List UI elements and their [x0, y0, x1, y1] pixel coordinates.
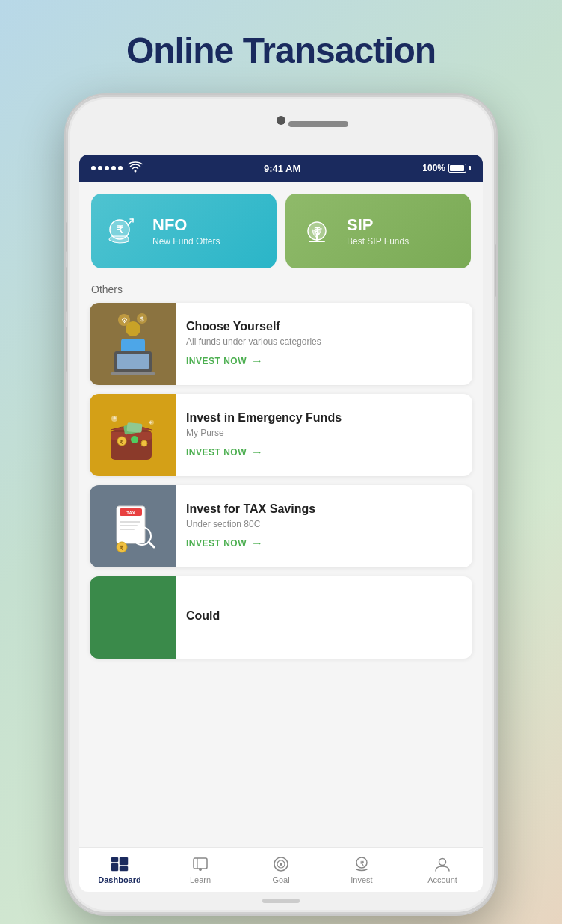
- vol-down-button: [64, 327, 67, 372]
- tax-subtitle: Under section 80C: [186, 519, 462, 529]
- emergency-subtitle: My Purse: [186, 428, 462, 438]
- front-camera: [277, 116, 285, 125]
- sip-card[interactable]: ₹ SIP Best SIP Funds: [285, 194, 471, 268]
- svg-point-51: [439, 858, 446, 865]
- goal-label: Goal: [272, 875, 289, 884]
- emergency-invest-label: INVEST NOW: [186, 447, 247, 458]
- dot-5: [118, 166, 123, 170]
- svg-point-48: [280, 863, 282, 866]
- list-item-emergency[interactable]: ✦ ✦ ₹: [90, 394, 472, 476]
- nav-invest[interactable]: ₹ Invest: [321, 856, 402, 884]
- emergency-content: Invest in Emergency Funds My Purse INVES…: [176, 394, 472, 476]
- choose-yourself-title: Choose Yourself: [186, 320, 462, 333]
- svg-rect-38: [111, 857, 118, 862]
- tax-invest-label: INVEST NOW: [186, 538, 247, 549]
- choose-yourself-subtitle: All funds under various categories: [186, 336, 462, 347]
- fourth-content: Could: [176, 576, 472, 659]
- svg-text:$: $: [140, 315, 143, 323]
- fourth-image: [90, 576, 176, 659]
- svg-rect-32: [120, 525, 138, 526]
- earpiece-speaker: [288, 121, 348, 127]
- list-item-choose-yourself[interactable]: ⚙ $ Choose Yourself All funds under v: [90, 303, 472, 385]
- svg-text:₹: ₹: [360, 860, 365, 867]
- choose-yourself-invest-label: INVEST NOW: [186, 356, 247, 366]
- status-right: 100%: [422, 163, 471, 173]
- svg-rect-13: [117, 354, 149, 369]
- battery-tip: [469, 166, 471, 170]
- tax-arrow-icon: →: [251, 537, 264, 550]
- wifi-icon: [129, 162, 142, 175]
- page-title: Online Transaction: [0, 0, 562, 86]
- tax-invest-btn[interactable]: INVEST NOW →: [186, 537, 462, 550]
- tax-content: Invest for TAX Savings Under section 80C…: [176, 485, 472, 567]
- svg-text:⚙: ⚙: [120, 316, 127, 324]
- nfo-icon: ₹: [103, 212, 142, 250]
- choose-yourself-image: ⚙ $: [90, 303, 176, 385]
- screen-content: ₹ NFO New Fund Offers: [79, 182, 483, 847]
- phone-screen: 9:41 AM 100%: [79, 155, 483, 892]
- list-item-fourth[interactable]: Could: [90, 576, 472, 659]
- home-indicator: [262, 899, 300, 903]
- svg-rect-42: [194, 858, 207, 869]
- learn-icon: [191, 856, 210, 872]
- phone-frame: 9:41 AM 100%: [64, 93, 498, 916]
- sip-subtitle: Best SIP Funds: [347, 236, 409, 247]
- vol-up-button: [64, 267, 67, 312]
- invest-icon: ₹: [352, 856, 371, 872]
- nav-account[interactable]: Account: [402, 856, 483, 884]
- phone-wrapper: 9:41 AM 100%: [0, 86, 562, 916]
- svg-text:✦: ✦: [112, 415, 117, 422]
- svg-line-2: [128, 219, 133, 225]
- nav-goal[interactable]: Goal: [241, 856, 321, 884]
- svg-text:TAX: TAX: [126, 511, 135, 515]
- signal-dots: [91, 166, 123, 170]
- dot-4: [111, 166, 116, 170]
- battery-body: [448, 164, 466, 173]
- sip-title: SIP: [347, 215, 409, 235]
- svg-rect-26: [126, 422, 142, 433]
- tax-title: Invest for TAX Savings: [186, 502, 462, 516]
- svg-rect-40: [120, 857, 128, 865]
- emergency-image: ✦ ✦ ₹: [90, 394, 176, 476]
- fourth-title: Could: [186, 609, 462, 623]
- account-label: Account: [427, 875, 457, 884]
- nav-dashboard[interactable]: Dashboard: [79, 856, 160, 884]
- svg-rect-33: [120, 529, 135, 530]
- status-time: 9:41 AM: [264, 163, 300, 174]
- svg-text:₹: ₹: [117, 224, 123, 235]
- top-cards: ₹ NFO New Fund Offers: [79, 182, 483, 280]
- svg-text:RETURN: RETURN: [123, 516, 138, 520]
- goal-icon: [271, 856, 291, 872]
- battery-icon: [448, 164, 471, 173]
- choose-yourself-invest-btn[interactable]: INVEST NOW →: [186, 354, 462, 368]
- dashboard-label: Dashboard: [98, 875, 140, 884]
- svg-line-35: [149, 542, 154, 547]
- sip-text: SIP Best SIP Funds: [347, 215, 409, 247]
- battery-fill: [450, 165, 464, 171]
- svg-rect-39: [111, 863, 118, 871]
- dashboard-icon: [110, 856, 129, 872]
- nav-learn[interactable]: Learn: [160, 856, 241, 884]
- others-label: Others: [79, 280, 483, 303]
- svg-point-24: [141, 440, 147, 446]
- choose-yourself-content: Choose Yourself All funds under various …: [176, 303, 472, 385]
- emergency-arrow-icon: →: [251, 446, 264, 459]
- svg-rect-41: [120, 866, 128, 871]
- svg-rect-31: [120, 521, 140, 523]
- choose-yourself-arrow-icon: →: [251, 354, 264, 368]
- tax-image: TAX RETURN ₹: [90, 485, 176, 567]
- sip-icon: ₹: [297, 212, 336, 250]
- mute-button: [64, 222, 67, 252]
- svg-text:✦: ✦: [148, 419, 153, 426]
- emergency-title: Invest in Emergency Funds: [186, 411, 462, 425]
- svg-rect-14: [111, 372, 155, 375]
- battery-percent: 100%: [422, 163, 445, 173]
- learn-label: Learn: [190, 875, 211, 884]
- nfo-text: NFO New Fund Offers: [152, 215, 220, 247]
- bottom-nav: Dashboard Learn: [79, 847, 483, 892]
- nfo-subtitle: New Fund Offers: [152, 236, 220, 247]
- nfo-card[interactable]: ₹ NFO New Fund Offers: [91, 194, 277, 268]
- dot-1: [91, 166, 96, 170]
- list-item-tax[interactable]: TAX RETURN ₹: [90, 485, 472, 567]
- emergency-invest-btn[interactable]: INVEST NOW →: [186, 446, 462, 459]
